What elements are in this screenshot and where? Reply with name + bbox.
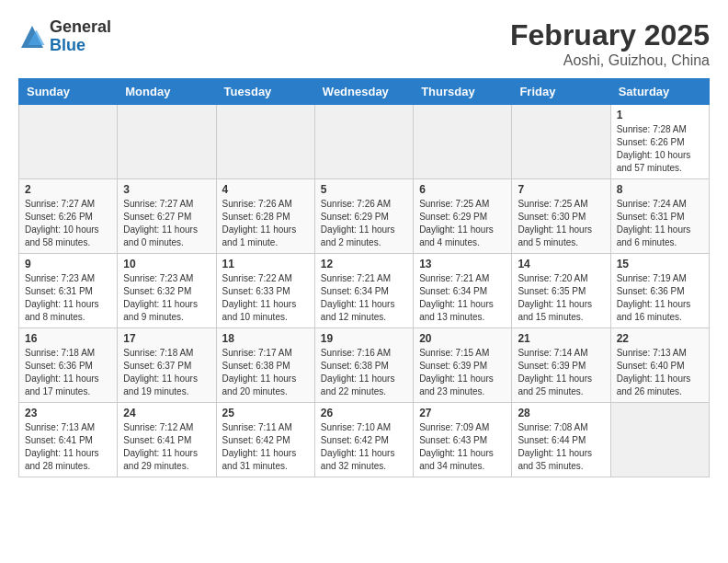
- day-number: 6: [419, 183, 506, 196]
- logo-general-text: General: [50, 18, 111, 37]
- day-number: 24: [123, 407, 210, 419]
- calendar-cell: 17Sunrise: 7:18 AM Sunset: 6:37 PM Dayli…: [118, 328, 216, 403]
- calendar-cell: 16Sunrise: 7:18 AM Sunset: 6:36 PM Dayli…: [19, 328, 118, 403]
- day-number: 18: [222, 332, 309, 345]
- day-number: 5: [321, 183, 407, 196]
- calendar-cell: [610, 403, 709, 477]
- day-info: Sunrise: 7:17 AM Sunset: 6:38 PM Dayligh…: [222, 347, 309, 398]
- day-number: 10: [123, 258, 210, 270]
- day-info: Sunrise: 7:22 AM Sunset: 6:33 PM Dayligh…: [222, 272, 309, 324]
- calendar-week-row: 2Sunrise: 7:27 AM Sunset: 6:26 PM Daylig…: [19, 179, 710, 254]
- day-info: Sunrise: 7:11 AM Sunset: 6:42 PM Dayligh…: [222, 421, 309, 473]
- calendar-cell: 1Sunrise: 7:28 AM Sunset: 6:26 PM Daylig…: [610, 105, 709, 179]
- calendar-cell: [512, 105, 610, 179]
- calendar-cell: [118, 105, 216, 179]
- day-info: Sunrise: 7:24 AM Sunset: 6:31 PM Dayligh…: [617, 198, 703, 249]
- calendar-cell: 20Sunrise: 7:15 AM Sunset: 6:39 PM Dayli…: [414, 328, 512, 403]
- day-info: Sunrise: 7:18 AM Sunset: 6:36 PM Dayligh…: [25, 347, 111, 398]
- calendar-week-row: 1Sunrise: 7:28 AM Sunset: 6:26 PM Daylig…: [19, 105, 710, 179]
- day-info: Sunrise: 7:08 AM Sunset: 6:44 PM Dayligh…: [518, 421, 604, 473]
- calendar-cell: 12Sunrise: 7:21 AM Sunset: 6:34 PM Dayli…: [314, 254, 413, 328]
- day-number: 26: [321, 407, 407, 419]
- calendar-cell: 14Sunrise: 7:20 AM Sunset: 6:35 PM Dayli…: [512, 254, 610, 328]
- day-number: 3: [123, 183, 210, 196]
- calendar-cell: 2Sunrise: 7:27 AM Sunset: 6:26 PM Daylig…: [19, 179, 118, 254]
- day-info: Sunrise: 7:12 AM Sunset: 6:41 PM Dayligh…: [123, 421, 210, 473]
- day-info: Sunrise: 7:26 AM Sunset: 6:29 PM Dayligh…: [321, 198, 407, 249]
- page-header: General Blue February 2025 Aoshi, Guizho…: [18, 18, 710, 69]
- logo-blue-text: Blue: [50, 37, 111, 55]
- calendar-week-row: 23Sunrise: 7:13 AM Sunset: 6:41 PM Dayli…: [19, 403, 710, 477]
- calendar-cell: 21Sunrise: 7:14 AM Sunset: 6:39 PM Dayli…: [512, 328, 610, 403]
- calendar-cell: 5Sunrise: 7:26 AM Sunset: 6:29 PM Daylig…: [314, 179, 413, 254]
- day-number: 13: [419, 258, 506, 270]
- weekday-header-friday: Friday: [512, 79, 610, 105]
- day-info: Sunrise: 7:19 AM Sunset: 6:36 PM Dayligh…: [617, 272, 703, 324]
- calendar-cell: 10Sunrise: 7:23 AM Sunset: 6:32 PM Dayli…: [118, 254, 216, 328]
- day-number: 16: [25, 332, 111, 345]
- day-info: Sunrise: 7:21 AM Sunset: 6:34 PM Dayligh…: [419, 272, 506, 324]
- day-number: 19: [321, 332, 407, 345]
- day-info: Sunrise: 7:10 AM Sunset: 6:42 PM Dayligh…: [321, 421, 407, 473]
- day-number: 9: [25, 258, 111, 270]
- day-number: 2: [25, 183, 111, 196]
- day-info: Sunrise: 7:27 AM Sunset: 6:27 PM Dayligh…: [123, 198, 210, 249]
- day-info: Sunrise: 7:26 AM Sunset: 6:28 PM Dayligh…: [222, 198, 309, 249]
- calendar-cell: 15Sunrise: 7:19 AM Sunset: 6:36 PM Dayli…: [610, 254, 709, 328]
- weekday-header-wednesday: Wednesday: [314, 79, 413, 105]
- weekday-header-thursday: Thursday: [414, 79, 512, 105]
- calendar-cell: 24Sunrise: 7:12 AM Sunset: 6:41 PM Dayli…: [118, 403, 216, 477]
- day-number: 28: [518, 407, 604, 419]
- day-info: Sunrise: 7:23 AM Sunset: 6:31 PM Dayligh…: [25, 272, 111, 324]
- day-info: Sunrise: 7:25 AM Sunset: 6:30 PM Dayligh…: [518, 198, 604, 249]
- calendar-cell: 25Sunrise: 7:11 AM Sunset: 6:42 PM Dayli…: [216, 403, 314, 477]
- day-info: Sunrise: 7:28 AM Sunset: 6:26 PM Dayligh…: [617, 123, 703, 175]
- calendar-cell: 7Sunrise: 7:25 AM Sunset: 6:30 PM Daylig…: [512, 179, 610, 254]
- day-number: 27: [419, 407, 506, 419]
- calendar-cell: 3Sunrise: 7:27 AM Sunset: 6:27 PM Daylig…: [118, 179, 216, 254]
- day-number: 14: [518, 258, 604, 270]
- day-number: 21: [518, 332, 604, 345]
- weekday-header-tuesday: Tuesday: [216, 79, 314, 105]
- day-info: Sunrise: 7:13 AM Sunset: 6:41 PM Dayligh…: [25, 421, 111, 473]
- weekday-header-monday: Monday: [118, 79, 216, 105]
- day-number: 15: [617, 258, 703, 270]
- day-number: 25: [222, 407, 309, 419]
- day-number: 23: [25, 407, 111, 419]
- day-info: Sunrise: 7:15 AM Sunset: 6:39 PM Dayligh…: [419, 347, 506, 398]
- calendar-cell: [19, 105, 118, 179]
- calendar-subtitle: Aoshi, Guizhou, China: [510, 52, 710, 69]
- logo-text: General Blue: [50, 18, 111, 55]
- day-info: Sunrise: 7:09 AM Sunset: 6:43 PM Dayligh…: [419, 421, 506, 473]
- day-number: 22: [617, 332, 703, 345]
- day-info: Sunrise: 7:27 AM Sunset: 6:26 PM Dayligh…: [25, 198, 111, 249]
- day-info: Sunrise: 7:16 AM Sunset: 6:38 PM Dayligh…: [321, 347, 407, 398]
- calendar-cell: [414, 105, 512, 179]
- calendar-cell: 28Sunrise: 7:08 AM Sunset: 6:44 PM Dayli…: [512, 403, 610, 477]
- calendar-cell: 13Sunrise: 7:21 AM Sunset: 6:34 PM Dayli…: [414, 254, 512, 328]
- day-number: 20: [419, 332, 506, 345]
- calendar-cell: 27Sunrise: 7:09 AM Sunset: 6:43 PM Dayli…: [414, 403, 512, 477]
- day-number: 4: [222, 183, 309, 196]
- weekday-header-row: SundayMondayTuesdayWednesdayThursdayFrid…: [19, 79, 710, 105]
- calendar-week-row: 16Sunrise: 7:18 AM Sunset: 6:36 PM Dayli…: [19, 328, 710, 403]
- day-number: 1: [617, 109, 703, 121]
- calendar-week-row: 9Sunrise: 7:23 AM Sunset: 6:31 PM Daylig…: [19, 254, 710, 328]
- calendar-cell: 9Sunrise: 7:23 AM Sunset: 6:31 PM Daylig…: [19, 254, 118, 328]
- day-number: 7: [518, 183, 604, 196]
- day-info: Sunrise: 7:25 AM Sunset: 6:29 PM Dayligh…: [419, 198, 506, 249]
- day-number: 8: [617, 183, 703, 196]
- logo: General Blue: [18, 18, 111, 55]
- calendar-cell: 11Sunrise: 7:22 AM Sunset: 6:33 PM Dayli…: [216, 254, 314, 328]
- day-info: Sunrise: 7:18 AM Sunset: 6:37 PM Dayligh…: [123, 347, 210, 398]
- logo-icon: [18, 23, 46, 51]
- calendar-cell: 26Sunrise: 7:10 AM Sunset: 6:42 PM Dayli…: [314, 403, 413, 477]
- calendar-cell: 22Sunrise: 7:13 AM Sunset: 6:40 PM Dayli…: [610, 328, 709, 403]
- calendar-body: 1Sunrise: 7:28 AM Sunset: 6:26 PM Daylig…: [19, 105, 710, 477]
- day-number: 12: [321, 258, 407, 270]
- day-info: Sunrise: 7:14 AM Sunset: 6:39 PM Dayligh…: [518, 347, 604, 398]
- title-block: February 2025 Aoshi, Guizhou, China: [510, 18, 710, 69]
- calendar-cell: 6Sunrise: 7:25 AM Sunset: 6:29 PM Daylig…: [414, 179, 512, 254]
- calendar-title: February 2025: [510, 18, 710, 52]
- calendar-cell: 8Sunrise: 7:24 AM Sunset: 6:31 PM Daylig…: [610, 179, 709, 254]
